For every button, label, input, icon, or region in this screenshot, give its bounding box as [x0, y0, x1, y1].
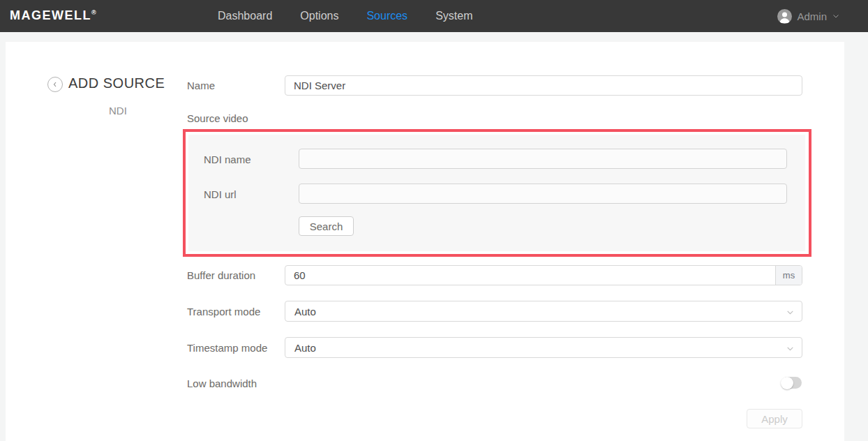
toggle-knob	[781, 377, 793, 389]
transport-mode-value: Auto	[285, 306, 316, 317]
source-video-label: Source video	[187, 112, 248, 124]
ndi-url-input[interactable]	[299, 184, 787, 204]
ndi-url-label: NDI url	[204, 188, 237, 200]
user-name: Admin	[797, 10, 827, 22]
chevron-down-icon	[786, 343, 795, 356]
user-avatar-icon	[777, 9, 792, 24]
ndi-name-label: NDI name	[204, 154, 251, 165]
chevron-down-icon	[832, 12, 840, 20]
chevron-down-icon	[786, 307, 795, 320]
low-bandwidth-label: Low bandwidth	[187, 378, 257, 389]
name-input[interactable]	[285, 75, 802, 96]
nav-item-options[interactable]: Options	[300, 10, 338, 22]
buffer-duration-group: ms	[285, 265, 802, 285]
buffer-duration-label: Buffer duration	[187, 269, 255, 281]
buffer-duration-input[interactable]	[285, 266, 775, 285]
transport-mode-select[interactable]: Auto	[285, 301, 802, 322]
low-bandwidth-toggle[interactable]	[781, 377, 802, 389]
timestamp-mode-label: Timestamp mode	[187, 342, 267, 354]
nav-item-system[interactable]: System	[435, 10, 472, 22]
apply-button[interactable]: Apply	[747, 409, 802, 428]
source-type-label: NDI	[109, 105, 127, 117]
source-video-panel: NDI name NDI url Search	[188, 135, 805, 251]
name-label: Name	[187, 80, 215, 91]
nav-item-dashboard[interactable]: Dashboard	[218, 10, 272, 22]
registered-mark: ®	[91, 9, 96, 16]
timestamp-mode-value: Auto	[285, 342, 316, 354]
page-title: ADD SOURCE	[68, 75, 165, 91]
search-button[interactable]: Search	[299, 216, 354, 236]
transport-mode-label: Transport mode	[187, 306, 260, 317]
main-nav: Dashboard Options Sources System	[218, 0, 472, 32]
back-button[interactable]	[47, 77, 63, 92]
ndi-name-input[interactable]	[299, 149, 787, 169]
user-menu[interactable]: Admin	[777, 0, 840, 32]
highlight-annotation-box: NDI name NDI url Search	[183, 129, 811, 257]
top-navbar: MAGEWELL® Dashboard Options Sources Syst…	[0, 0, 868, 32]
timestamp-mode-select[interactable]: Auto	[285, 337, 802, 358]
nav-item-sources[interactable]: Sources	[366, 10, 407, 22]
content-card: ADD SOURCE NDI Name Source video NDI nam…	[6, 42, 844, 441]
buffer-duration-unit: ms	[775, 266, 802, 285]
magewell-logo: MAGEWELL®	[10, 8, 96, 23]
